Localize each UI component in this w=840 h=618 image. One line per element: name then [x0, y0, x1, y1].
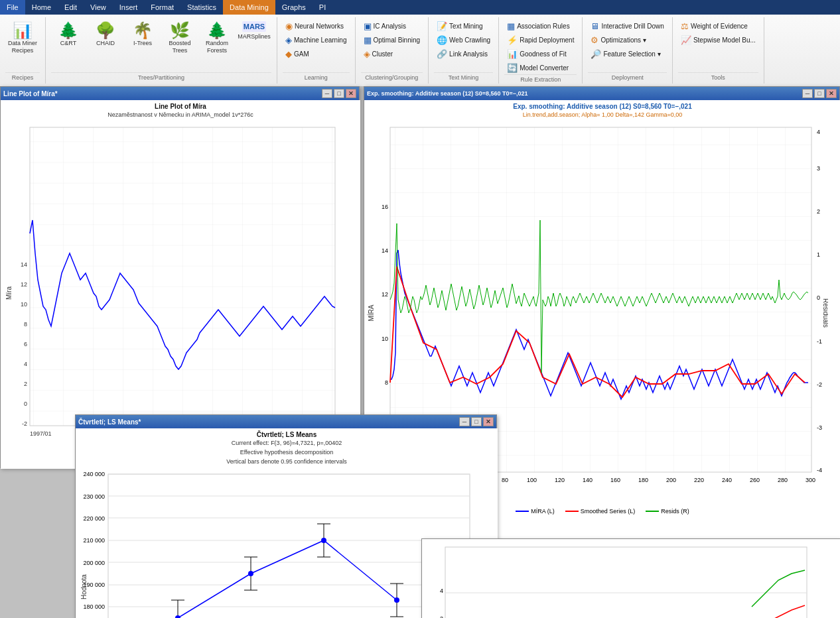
- ribbon-group-clustering: ▣ IC Analysis ▦ Optimal Binning ◈ Cluste…: [356, 17, 429, 84]
- chart-title-smoothing: Exp. smoothing: Additive season (12) S0=…: [367, 103, 838, 110]
- btn-boosted-label: BoostedTrees: [169, 40, 190, 54]
- btn-association-rules[interactable]: ▦ Association Rules: [504, 20, 577, 32]
- btn-recipes-label: Data MinerRecipes: [8, 40, 37, 54]
- svg-text:180: 180: [638, 477, 648, 483]
- legend-item-smoothed: Smoothed Series (L): [565, 508, 636, 515]
- btn-restore-lineplot[interactable]: □: [334, 89, 344, 98]
- btn-linkanalysis-label: Link Analysis: [449, 50, 488, 58]
- btn-optimizations[interactable]: ⚙ Optimizations ▾: [588, 34, 666, 46]
- btn-link-analysis[interactable]: 🔗 Link Analysis: [434, 48, 493, 60]
- titlebar-smoothing[interactable]: Exp. smoothing: Additive season (12) S0=…: [364, 87, 839, 100]
- menu-statistics[interactable]: Statistics: [180, 0, 223, 15]
- btn-random-forests[interactable]: 🌲 RandomForests: [200, 20, 234, 56]
- btn-machine-learning[interactable]: ◈ Machine Learning: [283, 34, 350, 46]
- btn-textmining-label: Text Mining: [449, 23, 483, 30]
- btn-minimize-smoothing[interactable]: ─: [802, 89, 813, 98]
- btn-data-miner-recipes[interactable]: 📊 Data MinerRecipes: [5, 20, 40, 56]
- svg-text:-2: -2: [22, 420, 27, 427]
- svg-text:-3: -3: [817, 424, 822, 431]
- btn-goodness-of-fit[interactable]: 📊 Goodness of Fit: [504, 48, 577, 60]
- optim-icon: ⚙: [591, 35, 598, 45]
- btn-itrees[interactable]: 🌴 I-Trees: [125, 20, 160, 48]
- menu-view[interactable]: View: [84, 0, 113, 15]
- btn-minimize-lineplot[interactable]: ─: [322, 89, 332, 98]
- btn-weight-evidence[interactable]: ⚖ Weight of Evidence: [678, 20, 758, 32]
- svg-text:120: 120: [555, 477, 565, 483]
- main-area: Line Plot of Míra* ─ □ ✕ Line Plot of Mí…: [0, 86, 840, 618]
- btn-cluster[interactable]: ◈ Cluster: [361, 48, 423, 60]
- svg-point-91: [394, 597, 399, 603]
- svg-text:8: 8: [385, 379, 388, 386]
- btn-ml-label: Machine Learning: [294, 36, 347, 44]
- svg-text:12: 12: [382, 291, 388, 298]
- legend-line-resids: [646, 511, 659, 512]
- btn-rapid-deployment[interactable]: ⚡ Rapid Deployment: [504, 34, 577, 46]
- menu-graphs[interactable]: Graphs: [275, 0, 313, 15]
- webcrawl-icon: 🌐: [437, 35, 447, 45]
- forests-icon: 🌲: [207, 21, 227, 40]
- btn-model-converter[interactable]: 🔄 Model Converter: [504, 62, 577, 74]
- cluster-icon: ◈: [364, 49, 370, 59]
- btn-ic-analysis[interactable]: ▣ IC Analysis: [361, 20, 423, 32]
- svg-text:220 000: 220 000: [83, 515, 105, 522]
- btn-close-smoothing[interactable]: ✕: [826, 89, 837, 98]
- menu-insert[interactable]: Insert: [113, 0, 145, 15]
- btn-close-lineplot[interactable]: ✕: [346, 89, 356, 98]
- svg-text:100: 100: [527, 477, 537, 483]
- btn-ic-label: IC Analysis: [374, 23, 406, 30]
- btn-restore-ctvrtleti[interactable]: □: [471, 417, 482, 426]
- svg-text:180 000: 180 000: [83, 603, 105, 610]
- weight-icon: ⚖: [681, 21, 689, 31]
- btn-interactive-drill[interactable]: 🖥 Interactive Drill Down: [588, 20, 666, 32]
- btn-mars[interactable]: MARS MARSplines: [237, 20, 271, 42]
- menu-datamining[interactable]: Data Mining: [223, 0, 275, 15]
- assoc-icon: ▦: [507, 21, 515, 31]
- menu-home[interactable]: Home: [25, 0, 58, 15]
- btn-minimize-ctvrtleti[interactable]: ─: [459, 417, 470, 426]
- btn-chaid-label: CHAID: [96, 40, 115, 47]
- btn-web-crawling[interactable]: 🌐 Web Crawling: [434, 34, 493, 46]
- btn-neural-networks[interactable]: ◉ Neural Networks: [283, 20, 350, 32]
- btn-feature-label: Feature Selection ▾: [603, 50, 660, 58]
- titlebar-lineplot[interactable]: Line Plot of Míra* ─ □ ✕: [1, 87, 359, 100]
- svg-text:190 000: 190 000: [83, 582, 105, 588]
- btn-weight-label: Weight of Evidence: [691, 23, 748, 30]
- btn-cart-label: C&RT: [60, 40, 76, 47]
- menu-edit[interactable]: Edit: [58, 0, 84, 15]
- chart-subtitle-lineplot: Nezaměstnanost v Německu in ARIMA_model …: [3, 111, 358, 118]
- textmining-icon: 📝: [437, 21, 447, 31]
- legend-label-resids: Resids (R): [661, 508, 689, 515]
- svg-text:10: 10: [382, 336, 388, 342]
- btn-chaid[interactable]: 🌳 CHAID: [88, 20, 123, 48]
- svg-text:0: 0: [817, 294, 820, 301]
- svg-point-90: [321, 538, 326, 543]
- svg-text:4: 4: [817, 129, 820, 135]
- legend-item-mira: MÍRA (L): [516, 508, 555, 515]
- menu-format[interactable]: Format: [144, 0, 180, 15]
- btn-cart[interactable]: 🌲 C&RT: [51, 20, 86, 48]
- btn-restore-smoothing[interactable]: □: [814, 89, 825, 98]
- btn-stepwise[interactable]: 📈 Stepwise Model Bu...: [678, 34, 758, 46]
- btn-goodness-label: Goodness of Fit: [520, 50, 567, 58]
- legend-label-smoothed: Smoothed Series (L): [581, 508, 636, 515]
- drill-icon: 🖥: [591, 21, 599, 31]
- btn-optimal-binning[interactable]: ▦ Optimal Binning: [361, 34, 423, 46]
- svg-text:Residuals: Residuals: [822, 298, 828, 328]
- menu-file[interactable]: File: [0, 0, 25, 15]
- svg-point-89: [248, 571, 253, 576]
- btn-gam[interactable]: ◆ GAM: [283, 48, 350, 60]
- svg-text:240: 240: [722, 477, 732, 483]
- btn-text-mining[interactable]: 📝 Text Mining: [434, 20, 493, 32]
- titlebar-ctvrtleti[interactable]: Čtvrtletí; LS Means* ─ □ ✕: [76, 415, 496, 428]
- btn-feature-selection[interactable]: 🔎 Feature Selection ▾: [588, 48, 666, 60]
- group-title-rules: Rule Extraction: [504, 74, 577, 83]
- ribbon-group-learning: ◉ Neural Networks ◈ Machine Learning ◆ G…: [277, 17, 356, 84]
- legend-label-mira: MÍRA (L): [531, 508, 555, 515]
- binning-icon: ▦: [364, 35, 372, 45]
- menu-pi[interactable]: PI: [313, 0, 332, 15]
- btn-boosted[interactable]: 🌿 BoostedTrees: [163, 20, 197, 56]
- chart-ci: Vertical bars denote 0.95 confidence int…: [78, 458, 495, 465]
- group-title-deployment: Deployment: [588, 72, 666, 81]
- btn-close-ctvrtleti[interactable]: ✕: [483, 417, 494, 426]
- svg-text:4: 4: [440, 587, 443, 594]
